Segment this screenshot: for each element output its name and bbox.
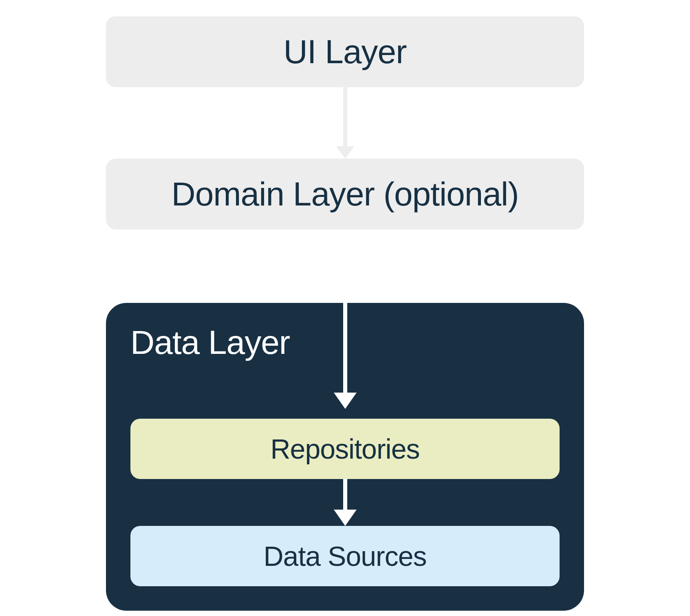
arrow-line: [343, 87, 347, 146]
architecture-diagram: UI Layer Domain Layer (optional) Data La…: [106, 16, 584, 611]
ui-layer-box: UI Layer: [106, 16, 584, 87]
data-sources-box: Data Sources: [130, 526, 560, 586]
arrow-head: [334, 510, 357, 526]
arrow-head: [336, 146, 354, 159]
arrow-down-icon: [334, 230, 357, 409]
ui-layer-label: UI Layer: [284, 33, 407, 70]
repositories-label: Repositories: [271, 433, 420, 464]
domain-layer-box: Domain Layer (optional): [106, 159, 584, 230]
arrow-line: [343, 230, 347, 393]
arrow-head: [334, 393, 357, 409]
arrow-down-icon: [334, 479, 357, 526]
repositories-box: Repositories: [130, 419, 560, 479]
domain-layer-label: Domain Layer (optional): [171, 175, 518, 212]
data-sources-label: Data Sources: [264, 541, 427, 572]
arrow-down-icon: [336, 87, 354, 159]
arrow-line: [343, 479, 347, 510]
